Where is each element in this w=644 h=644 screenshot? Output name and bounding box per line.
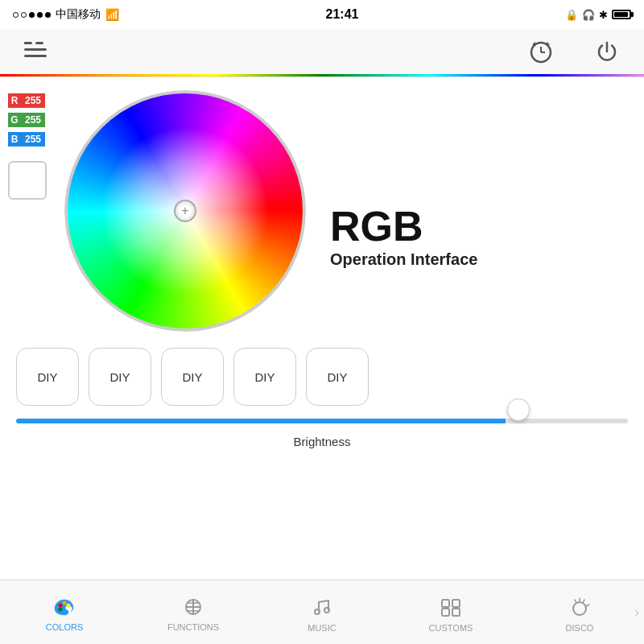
color-wheel[interactable]: + [64,90,306,332]
nav-item-music[interactable]: MUSIC [258,592,386,633]
rainbow-bar [0,74,644,76]
g-value: 255 [21,113,45,127]
rgb-info: RGB Operation Interface [306,90,477,332]
disco-icon [568,597,591,620]
bottom-nav: COLORS FUNCTIONS MUSIC [0,580,644,644]
rgb-title: RGB [330,202,477,250]
diy-button-5[interactable]: DIY [306,348,369,406]
diy-section: DIY DIY DIY DIY DIY [0,332,644,414]
battery-icon [612,10,631,19]
nav-item-colors[interactable]: COLORS [0,593,129,632]
svg-point-20 [324,608,329,613]
status-time: 21:41 [326,7,359,22]
svg-point-19 [315,609,320,614]
svg-rect-23 [442,609,449,616]
svg-rect-22 [452,600,460,607]
rgb-controls: R 255 G 255 B 255 [8,90,64,332]
status-bar: 中国移动 📶 21:41 🔒 🎧 ✱ [0,0,644,29]
svg-point-25 [573,602,586,615]
diy-button-4[interactable]: DIY [233,348,296,406]
brightness-track[interactable] [16,419,628,423]
signal-icon [13,12,51,18]
carrier-label: 中国移动 [56,7,101,22]
main-section: R 255 G 255 B 255 + RGB Operation Interf… [0,77,644,332]
disco-label: DISCO [566,623,594,633]
functions-icon [182,598,204,619]
status-right: 🔒 🎧 ✱ [565,9,631,21]
headphone-icon: 🎧 [582,9,595,21]
svg-point-12 [67,603,71,607]
diy-button-1[interactable]: DIY [16,348,79,406]
svg-point-11 [63,601,67,605]
brightness-section: Brightness [0,414,644,455]
nav-item-disco[interactable]: DISCO [515,592,644,633]
svg-point-13 [59,607,63,611]
diy-button-3[interactable]: DIY [161,348,224,406]
color-preview[interactable] [8,161,47,200]
svg-rect-1 [35,42,43,44]
svg-rect-2 [24,48,47,51]
svg-rect-3 [24,55,47,57]
wheel-center-handle[interactable]: + [174,200,196,222]
customs-icon [440,597,462,620]
brightness-label: Brightness [16,435,628,448]
wifi-icon: 📶 [105,8,119,21]
customs-label: CUSTOMS [429,623,473,633]
colors-label: COLORS [46,622,83,632]
top-nav [0,29,644,77]
svg-rect-24 [452,609,460,616]
music-icon [311,597,333,620]
alarm-icon[interactable] [528,39,554,68]
bluetooth-icon: ✱ [599,9,608,21]
nav-item-customs[interactable]: CUSTOMS [386,592,515,633]
brightness-thumb[interactable] [507,398,530,421]
svg-rect-21 [442,600,449,607]
r-label: R [8,93,21,108]
color-wheel-container[interactable]: + [64,90,306,332]
g-label: G [8,113,21,127]
b-value: 255 [21,132,45,147]
menu-icon[interactable] [24,42,47,64]
diy-button-2[interactable]: DIY [89,348,151,406]
music-label: MUSIC [308,623,336,633]
functions-label: FUNCTIONS [167,622,219,632]
status-left: 中国移动 📶 [13,7,119,22]
svg-point-10 [59,603,63,607]
nav-item-functions[interactable]: FUNCTIONS [129,593,258,632]
b-label: B [8,132,21,147]
rgb-subtitle: Operation Interface [330,250,477,269]
nav-chevron-icon: › [634,604,639,621]
r-value: 255 [21,93,45,108]
colors-icon [53,598,76,619]
lock-icon: 🔒 [565,9,578,21]
svg-rect-4 [24,42,27,44]
power-icon[interactable] [594,39,620,68]
